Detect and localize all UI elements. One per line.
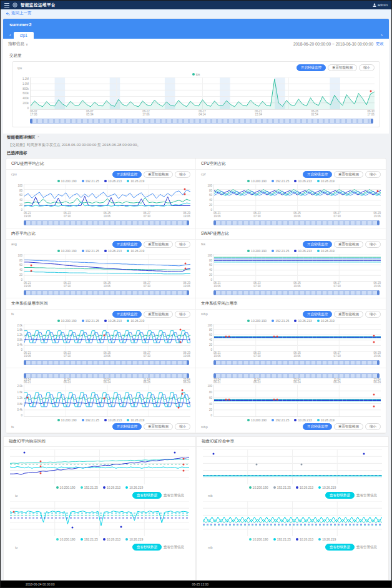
time-brush-slider[interactable] — [30, 119, 373, 124]
disk-io-hit-chart[interactable] — [203, 449, 382, 484]
alarm-info-link[interactable]: 查看告警信息 — [356, 493, 377, 497]
legend-item[interactable]: 192.21.25 — [82, 319, 99, 323]
legend-item[interactable]: 10.200.190 — [57, 418, 77, 422]
legend-item[interactable]: 10.200.190 — [247, 319, 267, 323]
seconds-monitor-button[interactable]: 开启秒级监控 — [112, 423, 142, 430]
legend-item[interactable]: 10.26.219 — [317, 179, 335, 183]
legend-item[interactable]: 192.21.25 — [272, 179, 289, 183]
change-date-link[interactable]: 更改 — [376, 41, 384, 47]
legend-item[interactable]: 192.21.25 — [273, 537, 291, 541]
seconds-data-button[interactable]: 查看秒级数据 — [325, 492, 355, 499]
seconds-monitor-button[interactable]: 开启秒级监控 — [303, 241, 332, 248]
legend-item[interactable]: 10.26.219 — [127, 179, 144, 183]
time-brush-slider[interactable] — [213, 290, 380, 295]
seconds-monitor-button[interactable]: 开启秒级监控 — [112, 171, 142, 178]
legend-item[interactable]: 192.21.25 — [272, 319, 289, 323]
recheck-button[interactable]: 重置智能检测 — [334, 423, 363, 430]
legend-item[interactable]: tps — [192, 72, 200, 76]
zoom-out-button[interactable]: 缩小 — [175, 241, 190, 248]
legend-item[interactable]: 10.26.213 — [104, 249, 122, 253]
legend-item[interactable]: 10.200.190 — [57, 249, 77, 253]
seconds-monitor-button[interactable]: 开启秒级监控 — [303, 423, 332, 430]
alarm-info-link[interactable]: 查看告警信息 — [164, 545, 184, 549]
metric-info-label[interactable]: 指标信息 — [8, 41, 24, 47]
legend-item[interactable]: 10.26.213 — [104, 319, 122, 323]
user-menu[interactable]: admin — [373, 3, 388, 7]
recheck-button[interactable]: 重置智能检测 — [334, 241, 363, 248]
legend-item[interactable]: 192.21.25 — [273, 486, 291, 489]
legend-item[interactable]: 10.26.213 — [104, 418, 122, 422]
tab-scroll-left[interactable]: ‹ — [7, 32, 14, 39]
legend-item[interactable]: 10.26.219 — [317, 418, 335, 422]
legend-item[interactable]: 10.26.213 — [296, 486, 313, 489]
legend-item[interactable]: 10.200.190 — [56, 486, 76, 489]
collapse-icon[interactable]: ^ — [37, 135, 39, 139]
legend-item[interactable]: 10.26.213 — [296, 537, 313, 541]
zoom-out-button[interactable]: 缩小 — [359, 64, 375, 71]
recheck-button[interactable]: 重置智能检测 — [144, 311, 173, 318]
seconds-monitor-button[interactable]: 开启秒级监控 — [112, 241, 142, 248]
zoom-out-button[interactable]: 缩小 — [175, 311, 190, 318]
legend-item[interactable]: 10.26.219 — [127, 319, 144, 323]
legend-item[interactable]: 10.26.213 — [294, 418, 311, 422]
alarm-info-link[interactable]: 查看告警信息 — [356, 545, 377, 549]
legend-item[interactable]: 192.21.25 — [272, 249, 289, 253]
seconds-data-button[interactable]: 查看秒级数据 — [132, 544, 162, 551]
seconds-monitor-button[interactable]: 开启秒级监控 — [296, 64, 326, 71]
time-brush-slider[interactable] — [213, 373, 380, 378]
recheck-button[interactable]: 重置智能检测 — [334, 171, 363, 178]
time-brush-slider[interactable] — [213, 220, 380, 225]
recheck-button[interactable]: 重置智能检测 — [334, 311, 363, 318]
recheck-button[interactable]: 重置智能检测 — [328, 64, 357, 71]
legend-item[interactable]: 10.26.219 — [125, 486, 143, 489]
legend-item[interactable]: 10.26.213 — [294, 249, 311, 253]
legend-item[interactable]: 192.21.25 — [81, 486, 98, 489]
legend-item[interactable]: 192.21.25 — [82, 179, 99, 183]
seconds-monitor-button[interactable]: 开启秒级监控 — [112, 311, 142, 318]
alarm-info-link[interactable]: 查看告警信息 — [164, 493, 184, 497]
zoom-out-button[interactable]: 缩小 — [365, 171, 381, 178]
tps-chart[interactable] — [30, 77, 375, 110]
hamburger-menu-icon[interactable] — [4, 3, 9, 7]
zoom-out-button[interactable]: 缩小 — [175, 423, 190, 430]
disk-io-noise-chart[interactable] — [10, 501, 189, 536]
memory-chart[interactable] — [24, 254, 190, 282]
legend-item[interactable]: 10.200.190 — [57, 319, 77, 323]
legend-item[interactable]: 10.26.219 — [127, 249, 144, 253]
tab-ctp1[interactable]: ctp1 — [14, 32, 34, 39]
fs-idle-compare-chart[interactable] — [213, 385, 381, 417]
zoom-out-button[interactable]: 缩小 — [175, 171, 190, 178]
legend-item[interactable]: 192.21.25 — [81, 537, 98, 541]
legend-item[interactable]: 192.21.25 — [82, 418, 99, 422]
zoom-out-button[interactable]: 缩小 — [365, 311, 381, 318]
disk-io-response-chart[interactable] — [10, 449, 189, 484]
seconds-monitor-button[interactable]: 开启秒级监控 — [303, 171, 332, 178]
legend-item[interactable]: 10.200.190 — [247, 418, 267, 422]
legend-item[interactable]: 10.26.213 — [294, 179, 311, 183]
legend-item[interactable]: 10.26.219 — [317, 249, 335, 253]
disk-io-wave-chart[interactable] — [203, 501, 382, 536]
tab-scroll-right[interactable]: › — [378, 32, 385, 39]
back-link[interactable]: 返回上一页 — [6, 11, 32, 16]
legend-item[interactable]: 10.26.219 — [125, 537, 143, 541]
legend-item[interactable]: 10.26.219 — [318, 537, 336, 541]
zoom-out-button[interactable]: 缩小 — [365, 423, 381, 430]
seconds-data-button[interactable]: 查看秒级数据 — [132, 492, 162, 499]
seconds-monitor-button[interactable]: 开启秒级监控 — [303, 311, 332, 318]
legend-item[interactable]: 10.26.213 — [103, 486, 120, 489]
legend-item[interactable]: 10.26.213 — [294, 319, 311, 323]
legend-item[interactable]: 10.200.190 — [57, 179, 77, 183]
legend-item[interactable]: 192.21.25 — [272, 418, 289, 422]
legend-item[interactable]: 10.26.219 — [318, 486, 336, 489]
legend-item[interactable]: 10.200.190 — [247, 179, 267, 183]
seconds-data-button[interactable]: 查看秒级数据 — [325, 544, 355, 551]
time-brush-slider[interactable] — [24, 373, 189, 378]
legend-item[interactable]: 10.200.190 — [247, 249, 267, 253]
cpu-idle-chart[interactable] — [213, 184, 381, 212]
time-brush-slider[interactable] — [24, 360, 189, 365]
time-brush-slider[interactable] — [213, 360, 380, 365]
cpu-chart[interactable] — [24, 184, 190, 212]
legend-item[interactable]: 10.200.190 — [249, 537, 268, 541]
fs-compare-chart[interactable] — [24, 385, 190, 417]
legend-item[interactable]: 10.200.190 — [56, 537, 76, 541]
